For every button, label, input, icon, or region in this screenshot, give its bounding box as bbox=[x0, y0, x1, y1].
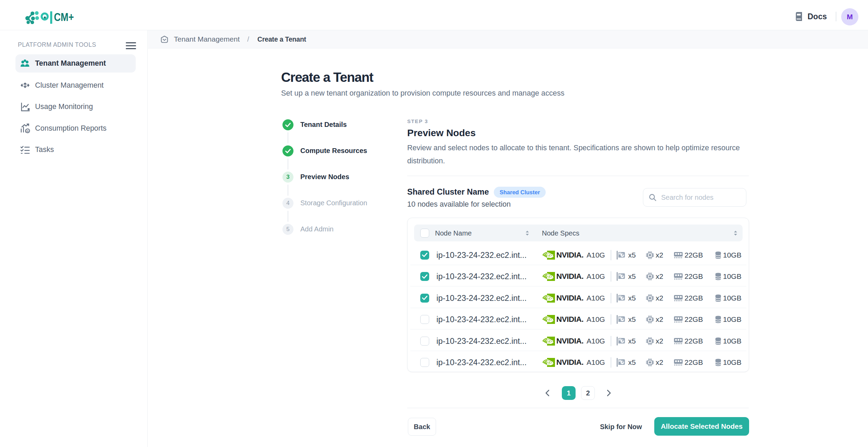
svg-text:CM+: CM+ bbox=[54, 10, 74, 23]
svg-text:o: o bbox=[27, 129, 29, 133]
